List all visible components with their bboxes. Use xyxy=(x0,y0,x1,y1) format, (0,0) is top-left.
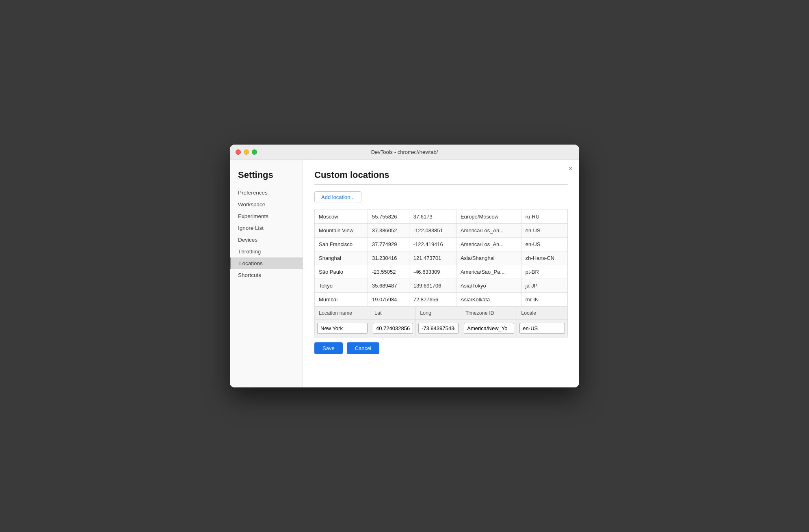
close-window-button[interactable] xyxy=(236,149,241,155)
devtools-window: DevTools - chrome://newtab/ Settings Pre… xyxy=(230,145,579,387)
cell-locale: zh-Hans-CN xyxy=(521,251,567,265)
long-cell xyxy=(416,320,461,337)
sidebar-item-workspace[interactable]: Workspace xyxy=(230,199,303,210)
table-row: Shanghai31.230416121.473701Asia/Shanghai… xyxy=(315,251,568,265)
cell-long: -46.633309 xyxy=(409,265,456,279)
page-title: Custom locations xyxy=(314,170,568,180)
location-long-input[interactable] xyxy=(418,323,459,334)
name-cell xyxy=(315,320,370,337)
cell-long: 121.473701 xyxy=(409,251,456,265)
save-button[interactable]: Save xyxy=(314,342,343,354)
cell-name: Mountain View xyxy=(315,224,368,238)
new-location-input-row xyxy=(315,320,568,337)
section-divider xyxy=(314,184,568,185)
cell-lat: 55.755826 xyxy=(368,210,409,224)
action-buttons: Save Cancel xyxy=(314,342,568,354)
window-title: DevTools - chrome://newtab/ xyxy=(371,149,438,155)
table-row: Mumbai19.07598472.877656Asia/Kolkatamr-I… xyxy=(315,293,568,307)
location-locale-input[interactable] xyxy=(519,323,565,334)
sidebar-item-locations[interactable]: Locations xyxy=(230,257,303,269)
sidebar: Settings Preferences Workspace Experimen… xyxy=(230,160,303,387)
cell-lat: 19.075984 xyxy=(368,293,409,307)
cell-name: Shanghai xyxy=(315,251,368,265)
cell-name: San Francisco xyxy=(315,238,368,251)
maximize-window-button[interactable] xyxy=(252,149,257,155)
close-button[interactable]: × xyxy=(568,165,573,172)
col-header-name: Location name xyxy=(315,307,370,320)
sidebar-item-experiments[interactable]: Experiments xyxy=(230,210,303,222)
cell-long: 139.691706 xyxy=(409,279,456,293)
col-header-timezone: Timezone ID xyxy=(461,307,517,320)
sidebar-item-ignore-list[interactable]: Ignore List xyxy=(230,222,303,234)
cell-long: -122.083851 xyxy=(409,224,456,238)
window-body: Settings Preferences Workspace Experimen… xyxy=(230,160,579,387)
cell-timezone: Asia/Shanghai xyxy=(456,251,521,265)
sidebar-item-devices[interactable]: Devices xyxy=(230,234,303,246)
sidebar-item-preferences[interactable]: Preferences xyxy=(230,187,303,199)
col-header-lat: Lat xyxy=(370,307,416,320)
title-bar: DevTools - chrome://newtab/ xyxy=(230,145,579,160)
cell-locale: en-US xyxy=(521,238,567,251)
cell-timezone: America/Sao_Pa... xyxy=(456,265,521,279)
sidebar-item-shortcuts[interactable]: Shortcuts xyxy=(230,269,303,281)
cell-locale: mr-IN xyxy=(521,293,567,307)
cell-lat: 31.230416 xyxy=(368,251,409,265)
table-row: Mountain View37.386052-122.083851America… xyxy=(315,224,568,238)
sidebar-item-throttling[interactable]: Throttling xyxy=(230,246,303,257)
cell-lat: 37.774929 xyxy=(368,238,409,251)
main-content: × Custom locations Add location... Mosco… xyxy=(303,160,579,387)
lat-cell xyxy=(370,320,416,337)
locations-table: Moscow55.75582637.6173Europe/Moscowru-RU… xyxy=(314,210,568,307)
cell-lat: -23.55052 xyxy=(368,265,409,279)
cell-locale: ru-RU xyxy=(521,210,567,224)
cell-long: 37.6173 xyxy=(409,210,456,224)
cell-name: Moscow xyxy=(315,210,368,224)
add-location-button[interactable]: Add location... xyxy=(314,191,361,203)
table-row: Moscow55.75582637.6173Europe/Moscowru-RU xyxy=(315,210,568,224)
location-name-input[interactable] xyxy=(317,323,368,334)
cell-lat: 35.689487 xyxy=(368,279,409,293)
cell-name: São Paulo xyxy=(315,265,368,279)
cancel-button[interactable]: Cancel xyxy=(347,342,379,354)
cell-timezone: America/Los_An... xyxy=(456,238,521,251)
traffic-lights xyxy=(236,149,257,155)
cell-timezone: Asia/Tokyo xyxy=(456,279,521,293)
cell-timezone: America/Los_An... xyxy=(456,224,521,238)
table-row: Tokyo35.689487139.691706Asia/Tokyoja-JP xyxy=(315,279,568,293)
cell-long: -122.419416 xyxy=(409,238,456,251)
timezone-cell xyxy=(461,320,517,337)
locale-cell xyxy=(517,320,568,337)
new-row-header: Location name Lat Long Timezone ID Local… xyxy=(315,307,568,320)
minimize-window-button[interactable] xyxy=(244,149,249,155)
cell-name: Mumbai xyxy=(315,293,368,307)
cell-timezone: Asia/Kolkata xyxy=(456,293,521,307)
table-row: San Francisco37.774929-122.419416America… xyxy=(315,238,568,251)
location-lat-input[interactable] xyxy=(373,323,413,334)
new-location-form-table: Location name Lat Long Timezone ID Local… xyxy=(314,307,568,337)
sidebar-heading: Settings xyxy=(230,167,303,187)
cell-locale: ja-JP xyxy=(521,279,567,293)
cell-locale: en-US xyxy=(521,224,567,238)
cell-locale: pt-BR xyxy=(521,265,567,279)
cell-lat: 37.386052 xyxy=(368,224,409,238)
cell-long: 72.877656 xyxy=(409,293,456,307)
col-header-locale: Locale xyxy=(517,307,568,320)
cell-timezone: Europe/Moscow xyxy=(456,210,521,224)
table-row: São Paulo-23.55052-46.633309America/Sao_… xyxy=(315,265,568,279)
cell-name: Tokyo xyxy=(315,279,368,293)
col-header-long: Long xyxy=(416,307,461,320)
location-timezone-input[interactable] xyxy=(464,323,514,334)
